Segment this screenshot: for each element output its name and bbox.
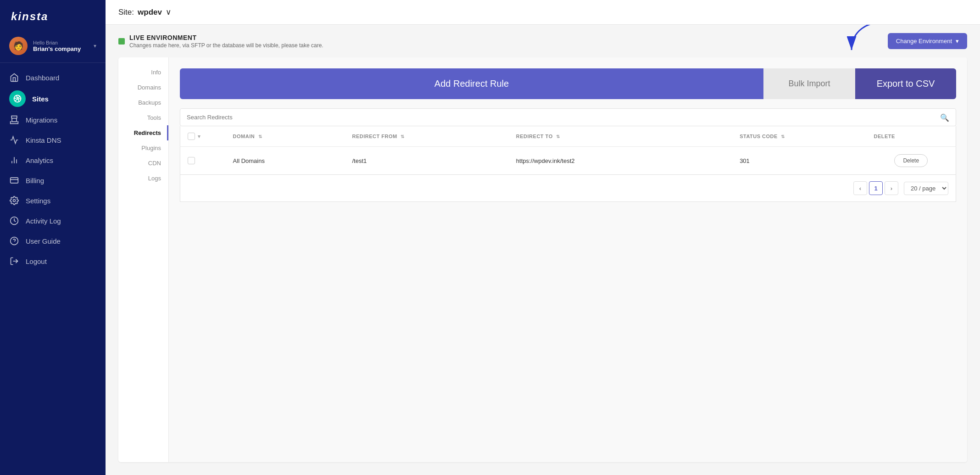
user-hello: Hello Brian (33, 40, 88, 45)
select-all-checkbox[interactable] (188, 133, 195, 140)
sidebar-item-logout[interactable]: Logout (0, 251, 106, 271)
sub-nav-backups[interactable]: Backups (118, 95, 168, 110)
delete-button[interactable]: Delete (894, 154, 928, 167)
row-checkbox[interactable] (188, 157, 195, 164)
environment-banner: LIVE ENVIRONMENT Changes made here, via … (106, 25, 980, 57)
sub-navigation: Info Domains Backups Tools Redirects Plu… (118, 57, 169, 462)
sidebar-item-sites-label: Sites (32, 95, 49, 103)
sidebar-item-analytics[interactable]: Analytics (0, 150, 106, 170)
sub-nav-tools[interactable]: Tools (118, 110, 168, 125)
settings-icon (9, 196, 19, 206)
user-section[interactable]: 🧑 Hello Brian Brian's company ▾ (0, 31, 106, 63)
user-chevron-icon[interactable]: ▾ (94, 43, 96, 49)
arrow-annotation (842, 25, 888, 59)
redirects-table: ▾ DOMAIN ⇅ REDIRECT FROM ⇅ (180, 126, 956, 175)
sidebar-item-user-guide-label: User Guide (26, 237, 61, 245)
row-status-code: 301 (732, 147, 866, 175)
user-info: Hello Brian Brian's company (33, 40, 88, 52)
table-header-domain[interactable]: DOMAIN ⇅ (226, 126, 345, 147)
select-all-chevron-icon[interactable]: ▾ (198, 134, 201, 140)
sidebar-item-migrations[interactable]: Migrations (0, 110, 106, 130)
bulk-import-label: Bulk Import (788, 79, 830, 88)
pagination-prev-button[interactable]: ‹ (853, 181, 867, 195)
top-bar: Site: wpdev ∨ (106, 0, 980, 25)
change-env-label: Change Environment (896, 38, 952, 45)
sidebar-item-analytics-label: Analytics (26, 156, 53, 164)
site-name: wpdev (138, 8, 162, 17)
migrations-icon (9, 115, 19, 125)
table-header-status-code[interactable]: STATUS CODE ⇅ (732, 126, 866, 147)
table-header-redirect-to[interactable]: REDIRECT TO ⇅ (509, 126, 732, 147)
row-checkbox-cell (180, 147, 226, 175)
table-header-delete: DELETE (867, 126, 956, 147)
home-icon (9, 73, 19, 83)
bulk-import-button[interactable]: Bulk Import (763, 68, 855, 99)
env-label: LIVE ENVIRONMENT (129, 34, 323, 41)
row-delete-cell: Delete (867, 147, 956, 175)
sidebar-item-billing-label: Billing (26, 177, 44, 184)
env-text: LIVE ENVIRONMENT Changes made here, via … (129, 34, 323, 49)
activity-icon (9, 216, 19, 226)
sidebar-item-kinsta-dns-label: Kinsta DNS (26, 136, 61, 144)
sidebar-item-billing[interactable]: Billing (0, 170, 106, 190)
row-redirect-to: https://wpdev.ink/test2 (509, 147, 732, 175)
redirect-from-sort-icon: ⇅ (401, 134, 405, 139)
sidebar-item-kinsta-dns[interactable]: Kinsta DNS (0, 130, 106, 150)
pagination: ‹ 1 › 20 / page (180, 175, 956, 202)
action-buttons: Add Redirect Rule Bulk Import Export to … (180, 68, 956, 99)
analytics-icon (9, 155, 19, 165)
billing-icon (9, 175, 19, 185)
per-page-select[interactable]: 20 / page (904, 182, 948, 195)
sidebar-item-activity-log[interactable]: Activity Log (0, 211, 106, 231)
env-description: Changes made here, via SFTP or the datab… (129, 42, 323, 49)
site-selector[interactable]: Site: wpdev ∨ (118, 7, 171, 17)
table-row: All Domains /test1 https://wpdev.ink/tes… (180, 147, 956, 175)
site-selector-chevron-icon: ∨ (166, 7, 171, 17)
sub-nav-cdn[interactable]: CDN (118, 156, 168, 171)
sidebar-item-dashboard[interactable]: Dashboard (0, 67, 106, 88)
row-domain: All Domains (226, 147, 345, 175)
dns-icon (9, 135, 19, 145)
pagination-page-1-button[interactable]: 1 (869, 181, 883, 195)
guide-icon (9, 236, 19, 246)
page-content: Add Redirect Rule Bulk Import Export to … (169, 57, 967, 462)
svg-rect-4 (11, 178, 18, 183)
sub-nav-logs[interactable]: Logs (118, 171, 168, 186)
logo: kinsta (0, 0, 106, 31)
change-env-chevron-icon: ▾ (956, 38, 959, 45)
site-label: Site: (118, 8, 134, 17)
env-status-dot (118, 38, 125, 45)
sidebar-item-settings[interactable]: Settings (0, 190, 106, 211)
add-redirect-label: Add Redirect Rule (434, 78, 509, 89)
sidebar: kinsta 🧑 Hello Brian Brian's company ▾ D… (0, 0, 106, 475)
sub-nav-domains[interactable]: Domains (118, 80, 168, 95)
sites-icon (9, 90, 26, 107)
add-redirect-rule-button[interactable]: Add Redirect Rule (180, 68, 763, 99)
pagination-next-button[interactable]: › (885, 181, 898, 195)
env-info: LIVE ENVIRONMENT Changes made here, via … (118, 34, 323, 49)
sub-nav-plugins[interactable]: Plugins (118, 140, 168, 156)
svg-rect-0 (12, 118, 17, 122)
change-environment-button[interactable]: Change Environment ▾ (888, 33, 967, 49)
sidebar-item-dashboard-label: Dashboard (26, 74, 59, 82)
export-csv-label: Export to CSV (877, 78, 935, 89)
table-header-check: ▾ (180, 126, 226, 147)
row-redirect-from: /test1 (345, 147, 508, 175)
sidebar-item-settings-label: Settings (26, 197, 50, 205)
search-icon: 🔍 (940, 113, 949, 122)
inner-layout: Info Domains Backups Tools Redirects Plu… (118, 57, 967, 462)
table-header-redirect-from[interactable]: REDIRECT FROM ⇅ (345, 126, 508, 147)
sidebar-item-sites[interactable]: Sites (0, 88, 106, 110)
sidebar-item-user-guide[interactable]: User Guide (0, 231, 106, 251)
search-input[interactable] (180, 109, 956, 126)
avatar: 🧑 (9, 37, 28, 55)
sub-nav-info[interactable]: Info (118, 65, 168, 80)
search-bar: 🔍 (180, 108, 956, 126)
status-code-sort-icon: ⇅ (781, 134, 785, 139)
logout-icon (9, 256, 19, 266)
sidebar-item-activity-log-label: Activity Log (26, 217, 61, 225)
sub-nav-redirects[interactable]: Redirects (118, 125, 168, 140)
export-csv-button[interactable]: Export to CSV (855, 68, 956, 99)
redirect-to-sort-icon: ⇅ (556, 134, 560, 139)
user-company: Brian's company (33, 45, 88, 52)
